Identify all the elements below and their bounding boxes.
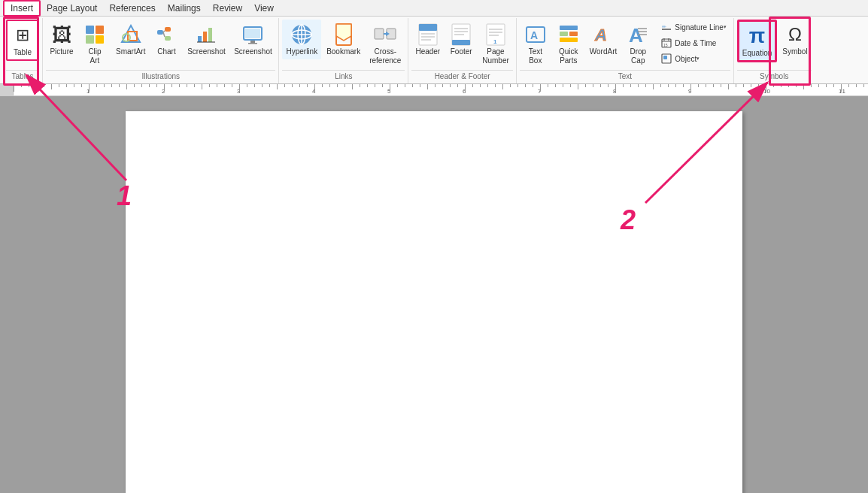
footer-label: Footer	[451, 47, 472, 56]
page-number-button[interactable]: 1 PageNumber	[478, 20, 513, 68]
ribbon-group-text: A TextBox QuickParts	[517, 18, 734, 83]
equation-button[interactable]: π Equation	[737, 20, 777, 62]
drop-cap-icon: A	[626, 23, 650, 47]
equation-icon: π	[745, 24, 769, 48]
symbols-group-label: Symbols	[737, 70, 812, 82]
svg-marker-26	[336, 24, 351, 41]
svg-text:✏: ✏	[662, 24, 666, 29]
picture-button[interactable]: 🖼 Picture	[46, 20, 77, 59]
svg-rect-27	[375, 29, 384, 39]
footer-icon	[449, 23, 473, 47]
signature-line-icon: ✏	[660, 21, 672, 33]
object-arrow: ▾	[697, 56, 700, 62]
bookmark-button[interactable]: Bookmark	[323, 20, 364, 59]
table-icon: ⊞	[11, 23, 35, 47]
ribbon-group-symbols-items: π Equation Ω Symbol	[737, 20, 812, 68]
object-icon	[660, 53, 672, 65]
svg-line-11	[163, 32, 165, 37]
svg-rect-32	[419, 24, 437, 31]
date-time-label: Date & Time	[675, 39, 716, 47]
signature-line-arrow: ▾	[724, 24, 727, 30]
ribbon-group-illustrations-items: 🖼 Picture ClipArt	[46, 20, 275, 68]
document-area	[0, 96, 868, 493]
picture-icon: 🖼	[50, 23, 74, 47]
svg-rect-37	[452, 40, 470, 45]
ribbon-group-symbols: π Equation Ω Symbol Symbols	[734, 18, 815, 83]
wordart-icon: A A	[591, 23, 615, 47]
cross-reference-button[interactable]: Cross-reference	[366, 20, 405, 68]
wordart-button[interactable]: A A WordArt	[586, 20, 621, 59]
cross-reference-label: Cross-reference	[369, 47, 401, 65]
ribbon-content: ⊞ Table Tables 🖼 Picture	[3, 18, 865, 83]
text-box-icon: A	[524, 23, 548, 47]
clip-art-button[interactable]: ClipArt	[79, 20, 111, 68]
tables-group-label: Tables	[6, 70, 39, 82]
menu-item-mailings[interactable]: Mailings	[162, 2, 207, 15]
svg-text:A: A	[530, 29, 538, 41]
date-time-button[interactable]: 15 Date & Time	[657, 35, 730, 50]
signature-line-label: Signature Line	[675, 23, 724, 32]
object-button[interactable]: Object ▾	[657, 51, 730, 66]
svg-rect-3	[96, 35, 104, 44]
hyperlink-button[interactable]: Hyperlink	[282, 20, 321, 59]
chart-button[interactable]: Screenshot	[184, 20, 229, 59]
symbol-button[interactable]: Ω Symbol	[778, 20, 811, 59]
hyperlink-label: Hyperlink	[286, 47, 317, 56]
menu-item-page-layout[interactable]: Page Layout	[41, 2, 103, 15]
header-button[interactable]: Header	[411, 20, 444, 59]
menu-item-insert[interactable]: Insert	[3, 0, 41, 17]
text-box-label: TextBox	[529, 47, 542, 65]
svg-text:1: 1	[493, 38, 497, 45]
clip-art-label: ClipArt	[88, 47, 101, 65]
smartart-label: Chart	[157, 47, 175, 56]
ruler: 123456789101112	[0, 84, 868, 96]
links-group-label: Links	[282, 70, 405, 82]
screenshot-button[interactable]: Screenshot	[230, 20, 275, 59]
bookmark-label: Bookmark	[326, 47, 360, 56]
svg-rect-2	[86, 35, 94, 44]
symbol-label: Symbol	[782, 47, 807, 56]
clip-art-icon	[83, 23, 107, 47]
svg-line-10	[163, 31, 165, 32]
menu-item-review[interactable]: Review	[207, 2, 248, 15]
table-button[interactable]: ⊞ Table	[6, 20, 39, 61]
ribbon: ⊞ Table Tables 🖼 Picture	[0, 17, 868, 84]
hyperlink-icon	[290, 23, 314, 47]
svg-rect-9	[165, 36, 171, 41]
svg-rect-19	[248, 43, 257, 44]
menu-bar: Insert Page Layout References Mailings R…	[0, 0, 868, 17]
svg-rect-49	[560, 32, 568, 36]
smartart-icon	[154, 23, 178, 47]
table-label: Table	[14, 48, 32, 57]
ribbon-group-links: Hyperlink Bookmark	[279, 18, 408, 83]
equation-label: Equation	[742, 49, 772, 58]
signature-line-button[interactable]: ✏ Signature Line ▾	[657, 20, 730, 35]
header-footer-group-label: Header & Footer	[411, 70, 512, 82]
footer-button[interactable]: Footer	[445, 20, 477, 59]
picture-label: Picture	[50, 47, 73, 56]
ribbon-group-header-footer-items: Header Footer	[411, 20, 512, 68]
smartart-button[interactable]: Chart	[150, 20, 182, 59]
svg-text:15: 15	[663, 43, 668, 47]
shapes-button[interactable]: SmartArt	[112, 20, 149, 59]
text-box-button[interactable]: A TextBox	[520, 20, 551, 68]
wordart-label: WordArt	[590, 47, 618, 56]
drop-cap-button[interactable]: A DropCap	[622, 20, 654, 68]
text-group-label: Text	[520, 70, 730, 82]
svg-rect-50	[569, 32, 578, 36]
quick-parts-button[interactable]: QuickParts	[553, 20, 584, 68]
drop-cap-label: DropCap	[630, 47, 646, 65]
menu-item-references[interactable]: References	[103, 2, 161, 15]
page-number-icon: 1	[484, 23, 508, 47]
ribbon-group-header-footer: Header Footer	[408, 18, 516, 83]
svg-rect-8	[165, 27, 171, 32]
svg-rect-48	[560, 26, 578, 30]
cross-reference-icon	[373, 23, 397, 47]
illustrations-group-label: Illustrations	[46, 70, 275, 82]
screenshot-label: Screenshot	[234, 47, 272, 56]
svg-rect-7	[157, 30, 163, 35]
screenshot-icon	[241, 23, 265, 47]
menu-item-view[interactable]: View	[248, 2, 280, 15]
ruler-body: 123456789101112	[14, 84, 868, 95]
symbol-icon: Ω	[783, 23, 807, 47]
